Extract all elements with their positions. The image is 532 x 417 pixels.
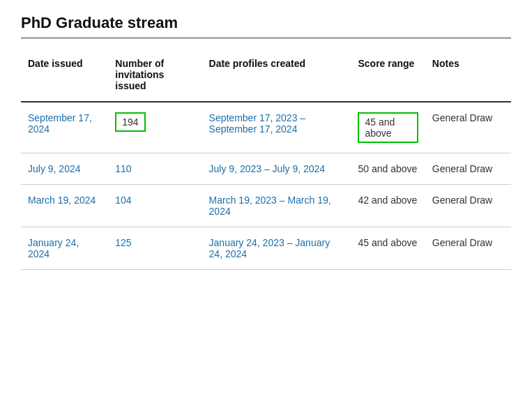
cell-score: 42 and above bbox=[351, 185, 425, 227]
cell-notes: General Draw bbox=[425, 153, 511, 185]
cell-date: March 19, 2024 bbox=[21, 185, 108, 227]
cell-profiles: September 17, 2023 – September 17, 2024 bbox=[202, 102, 351, 153]
cell-date: September 17, 2024 bbox=[21, 102, 108, 153]
table-header-row: Date issued Number of invitations issued… bbox=[21, 51, 511, 102]
header-date: Date issued bbox=[21, 51, 108, 102]
data-table: Date issued Number of invitations issued… bbox=[21, 51, 511, 270]
cell-score: 45 and above bbox=[351, 102, 425, 153]
cell-notes: General Draw bbox=[425, 185, 511, 227]
cell-profiles: January 24, 2023 – January 24, 2024 bbox=[202, 227, 351, 270]
cell-invitations: 104 bbox=[108, 185, 202, 227]
header-notes: Notes bbox=[425, 51, 511, 102]
cell-invitations: 110 bbox=[108, 153, 202, 185]
cell-notes: General Draw bbox=[425, 227, 511, 270]
table-row: September 17, 2024194September 17, 2023 … bbox=[21, 102, 511, 153]
header-invitations: Number of invitations issued bbox=[108, 51, 202, 102]
cell-date: January 24, 2024 bbox=[21, 227, 108, 270]
table-row: July 9, 2024110July 9, 2023 – July 9, 20… bbox=[21, 153, 511, 185]
page-title: PhD Graduate stream bbox=[21, 14, 511, 32]
cell-date: July 9, 2024 bbox=[21, 153, 108, 185]
cell-invitations: 125 bbox=[108, 227, 202, 270]
cell-score: 50 and above bbox=[351, 153, 425, 185]
title-divider bbox=[21, 38, 511, 38]
cell-profiles: March 19, 2023 – March 19, 2024 bbox=[202, 185, 351, 227]
cell-notes: General Draw bbox=[425, 102, 511, 153]
header-profiles: Date profiles created bbox=[202, 51, 351, 102]
table-row: March 19, 2024104March 19, 2023 – March … bbox=[21, 185, 511, 227]
table-row: January 24, 2024125January 24, 2023 – Ja… bbox=[21, 227, 511, 270]
cell-profiles: July 9, 2023 – July 9, 2024 bbox=[202, 153, 351, 185]
header-score: Score range bbox=[351, 51, 425, 102]
cell-score: 45 and above bbox=[351, 227, 425, 270]
cell-invitations: 194 bbox=[108, 102, 202, 153]
